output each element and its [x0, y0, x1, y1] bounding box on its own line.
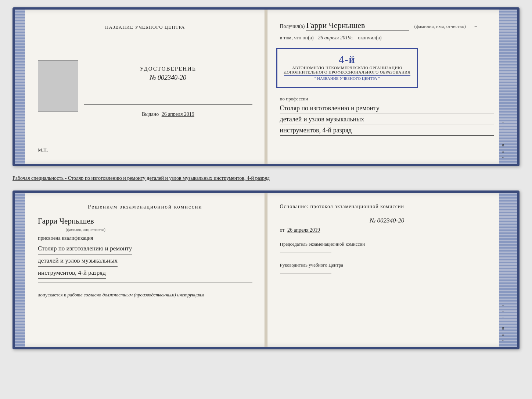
- bottom-right-side-decoration: – – – – И а ←: [499, 193, 507, 347]
- top-right-page: Получил(а) Гарри Чернышев (фамилия, имя,…: [265, 10, 507, 164]
- specialty-text-prefix: Рабочая специальность -: [12, 175, 68, 181]
- bottom-document-spread: Решением экзаменационной комиссии Гарри …: [12, 190, 520, 349]
- specialty-text-value: Столяр по изготовлению и ремонту деталей…: [68, 175, 270, 181]
- qual-line2: деталей и узлов музыкальных: [38, 256, 118, 267]
- cert-number: № 002340-20: [150, 74, 186, 82]
- profession-line1: Столяр по изготовлению и ремонту: [280, 103, 495, 114]
- director-signature-line: [280, 274, 331, 274]
- qual-line3: инструментов, 4-й разряд: [38, 268, 106, 279]
- stamp-box: 4-й АВТОНОМНУЮ НЕКОММЕРЧЕСКУЮ ОРГАНИЗАЦИ…: [276, 48, 418, 88]
- allowed-row: допускается к работе согласно должностны…: [38, 292, 204, 298]
- decision-title: Решением экзаменационной комиссии: [38, 204, 252, 210]
- right-edge-decoration: [507, 10, 517, 164]
- left-edge-decoration: [15, 10, 25, 164]
- bottom-right-page: Основание: протокол экзаменационной коми…: [265, 193, 507, 347]
- bottom-right-edge-decoration: [507, 193, 517, 347]
- qual-line1: Столяр по изготовлению и ремонту: [38, 243, 132, 254]
- basis-title: Основание: протокол экзаменационной коми…: [280, 204, 495, 210]
- basis-number: № 002340-20: [280, 217, 495, 224]
- recipient-section: Получил(а) Гарри Чернышев (фамилия, имя,…: [280, 21, 495, 31]
- recipient-name: Гарри Чернышев: [306, 21, 409, 31]
- director-section: Руководитель учебного Центра: [280, 261, 495, 276]
- bottom-left-page: Решением экзаменационной комиссии Гарри …: [25, 193, 265, 347]
- profession-line3: инструментов, 4-й разряд: [280, 125, 495, 136]
- mp-label: М.П.: [38, 147, 48, 153]
- org-name-top: НАЗВАНИЕ УЧЕБНОГО ЦЕНТРА: [105, 24, 185, 30]
- chairman-section: Председатель экзаменационной комиссии: [280, 241, 495, 255]
- qual-divider: [38, 282, 252, 282]
- chairman-signature-line: [280, 253, 331, 253]
- bottom-left-edge-decoration: [15, 193, 25, 347]
- basis-date-row: от 26 апреля 2019: [280, 227, 495, 233]
- top-left-page: НАЗВАНИЕ УЧЕБНОГО ЦЕНТРА УДОСТОВЕРЕНИЕ №…: [25, 10, 265, 164]
- stamp-rank: 4-й: [284, 54, 411, 65]
- photo-placeholder: [38, 60, 78, 112]
- date-row: в том, что он(а) 26 апреля 2019г. окончи…: [280, 35, 495, 41]
- divider1: [84, 94, 252, 94]
- profession-label: по профессии: [280, 96, 495, 102]
- right-side-decoration: – – – – И а ←: [499, 10, 507, 164]
- issued-row: Выдано 26 апреля 2019: [142, 111, 194, 117]
- divider2: [84, 104, 252, 105]
- cert-title: УДОСТОВЕРЕНИЕ: [140, 66, 196, 72]
- qualification-prefix: присвоена квалификация: [38, 235, 93, 241]
- allowed-value: работе согласно должностным (производств…: [67, 292, 204, 298]
- person-name: Гарри Чернышев: [38, 217, 133, 226]
- profession-line2: деталей и узлов музыкальных: [280, 114, 495, 125]
- fio-hint-bottom: (фамилия, имя, отчество): [38, 228, 133, 232]
- top-document-spread: НАЗВАНИЕ УЧЕБНОГО ЦЕНТРА УДОСТОВЕРЕНИЕ №…: [12, 7, 520, 166]
- person-section: Гарри Чернышев: [38, 217, 133, 226]
- specialty-label: Рабочая специальность - Столяр по изгото…: [12, 174, 520, 183]
